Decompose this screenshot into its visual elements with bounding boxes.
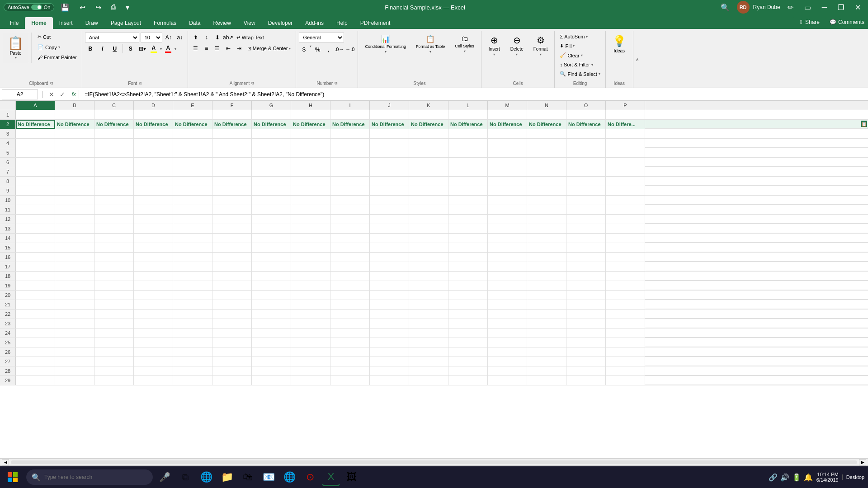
tab-home[interactable]: Home [25,17,52,29]
cell-H11[interactable] [291,205,330,214]
cell-H1[interactable] [291,110,330,119]
cell-L19[interactable] [448,281,488,290]
cell-P17[interactable] [606,262,645,271]
cell-O17[interactable] [566,262,606,271]
cell-K7[interactable] [409,167,448,176]
cell-H20[interactable] [291,291,330,300]
cell-D3[interactable] [134,129,173,138]
col-header-L[interactable]: L [448,101,488,110]
name-box[interactable] [2,89,38,99]
cell-F2[interactable]: No Difference [212,120,252,129]
cell-N9[interactable] [527,186,566,195]
cell-G3[interactable] [252,129,291,138]
cell-O25[interactable] [566,338,606,347]
col-header-B[interactable]: B [55,101,94,110]
cell-M11[interactable] [488,205,527,214]
cell-O7[interactable] [566,167,606,176]
cell-P13[interactable] [606,224,645,233]
orientation-btn[interactable]: ab↗ [223,33,233,42]
cell-C15[interactable] [94,243,134,252]
cell-E29[interactable] [173,376,212,385]
row-num-25[interactable]: 25 [0,338,16,347]
row-num-28[interactable]: 28 [0,366,16,375]
cell-J20[interactable] [370,291,409,300]
align-middle-btn[interactable]: ↕ [202,33,212,42]
cell-J10[interactable] [370,196,409,205]
cell-M20[interactable] [488,291,527,300]
cell-O24[interactable] [566,328,606,338]
cell-G15[interactable] [252,243,291,252]
cell-G13[interactable] [252,224,291,233]
cell-C8[interactable] [94,177,134,186]
cell-B2[interactable]: No Difference [55,120,94,129]
tab-page-layout[interactable]: Page Layout [104,17,147,29]
cell-E15[interactable] [173,243,212,252]
cell-H3[interactable] [291,129,330,138]
cell-H2[interactable]: No Difference [291,120,330,129]
cell-F18[interactable] [212,272,252,281]
cell-H18[interactable] [291,272,330,281]
cell-H7[interactable] [291,167,330,176]
cell-D13[interactable] [134,224,173,233]
tab-pdfelement[interactable]: PDFelement [354,17,397,29]
col-header-N[interactable]: N [527,101,566,110]
cell-M23[interactable] [488,319,527,328]
cell-M12[interactable] [488,215,527,224]
cell-N6[interactable] [527,158,566,167]
cell-E26[interactable] [173,347,212,357]
cell-E27[interactable] [173,357,212,366]
cell-I15[interactable] [330,243,370,252]
cell-E7[interactable] [173,167,212,176]
cell-B25[interactable] [55,338,94,347]
cell-I9[interactable] [330,186,370,195]
edge-btn[interactable]: 🌐 [197,468,215,486]
cell-O9[interactable] [566,186,606,195]
cell-F19[interactable] [212,281,252,290]
cell-L17[interactable] [448,262,488,271]
cell-C21[interactable] [94,300,134,309]
cell-A13[interactable] [16,224,55,233]
row-num-10[interactable]: 10 [0,196,16,205]
cell-H8[interactable] [291,177,330,186]
paste-options-icon[interactable]: 📋 [861,121,867,127]
cell-H13[interactable] [291,224,330,233]
cell-O22[interactable] [566,310,606,319]
scroll-left-btn[interactable]: ◀ [2,459,9,465]
cell-E1[interactable] [173,110,212,119]
cell-J21[interactable] [370,300,409,309]
cell-H24[interactable] [291,328,330,338]
cell-I7[interactable] [330,167,370,176]
cell-B21[interactable] [55,300,94,309]
cell-O1[interactable] [566,110,606,119]
borders-button[interactable]: ⊞▾ [137,44,147,54]
row-num-24[interactable]: 24 [0,328,16,338]
cell-L12[interactable] [448,215,488,224]
cell-K19[interactable] [409,281,448,290]
scroll-track[interactable] [11,460,857,464]
cell-I18[interactable] [330,272,370,281]
row-num-26[interactable]: 26 [0,347,16,357]
cell-L20[interactable] [448,291,488,300]
cell-I28[interactable] [330,366,370,375]
search-btn[interactable]: 🔍 [717,1,733,14]
network-icon[interactable]: 🔗 [769,473,778,482]
cell-I6[interactable] [330,158,370,167]
cell-F28[interactable] [212,366,252,375]
cell-G14[interactable] [252,234,291,243]
cell-F24[interactable] [212,328,252,338]
align-center-btn[interactable]: ≡ [202,43,212,53]
taskbar-search-input[interactable] [26,469,153,485]
cell-M26[interactable] [488,347,527,357]
cell-P5[interactable] [606,148,645,157]
cell-M17[interactable] [488,262,527,271]
cell-B23[interactable] [55,319,94,328]
cell-M22[interactable] [488,310,527,319]
store-btn[interactable]: 🛍 [239,468,257,486]
cell-J29[interactable] [370,376,409,385]
cell-H19[interactable] [291,281,330,290]
cell-D24[interactable] [134,328,173,338]
cell-I19[interactable] [330,281,370,290]
cell-F29[interactable] [212,376,252,385]
cell-K23[interactable] [409,319,448,328]
cell-D27[interactable] [134,357,173,366]
